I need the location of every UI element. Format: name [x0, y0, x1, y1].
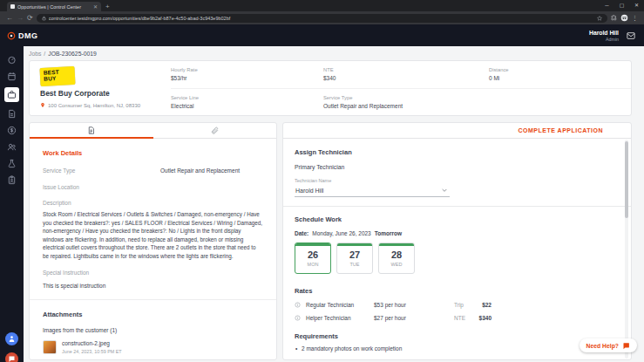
- section-divider: [283, 206, 631, 207]
- chip-day: 26: [295, 249, 330, 260]
- hourly-rate-label: Hourly Rate: [171, 67, 323, 72]
- card-scrollbar-thumb[interactable]: [625, 141, 628, 218]
- chat-bubble-icon: [622, 342, 630, 350]
- tab-work-details[interactable]: [30, 123, 153, 138]
- description-label: Description: [43, 200, 263, 206]
- sidebar: [0, 46, 24, 362]
- dmg-logo: DMG: [7, 31, 38, 40]
- tab-attachments[interactable]: [153, 123, 277, 138]
- sidebar-item-payments[interactable]: [7, 125, 17, 135]
- date-value: Monday, June 26, 2023: [312, 230, 370, 236]
- rate-name: Regular Technician: [306, 302, 374, 308]
- info-icon[interactable]: [295, 315, 301, 321]
- bestbuy-logo-line2: BUY: [44, 74, 75, 82]
- attachment-name[interactable]: construction-2.jpeg: [62, 340, 122, 346]
- attachments-group-label: Images from the customer (1): [43, 327, 263, 333]
- technician-select[interactable]: Harold Hill: [295, 184, 450, 197]
- work-details-title: Work Details: [43, 149, 263, 157]
- location-pin-icon: [40, 102, 45, 108]
- rate-extra-label: Trip: [454, 302, 478, 308]
- breadcrumb-jobs-link[interactable]: Jobs: [29, 51, 41, 57]
- work-details-card: Work Details Service Type Outlet Repair …: [29, 122, 277, 360]
- sidebar-item-opportunities[interactable]: [7, 71, 17, 81]
- lower-panes: Work Details Service Type Outlet Repair …: [29, 122, 632, 360]
- details-tabbar: [30, 123, 276, 139]
- technician-name-label: Technician Name: [295, 178, 620, 183]
- issue-location-label: Issue Location: [43, 184, 160, 190]
- browser-tab[interactable]: Opportunities | Control Center ✕: [7, 2, 101, 11]
- chip-accent-bar: [295, 243, 330, 246]
- hourly-rate-value: $53/hr: [171, 75, 323, 81]
- url-text: controlcenter.testdmgpro.com/opportuniti…: [49, 16, 594, 21]
- app-header: DMG Harold Hill Admin: [0, 24, 644, 46]
- favicon: [10, 4, 15, 9]
- user-menu[interactable]: Harold Hill Admin: [589, 30, 619, 42]
- sidebar-item-labs[interactable]: [7, 158, 17, 168]
- date-chips: 26 MON 27 TUE 28 WED: [295, 242, 620, 274]
- technician-selected-value: Harold Hill: [295, 188, 323, 194]
- distance-field: Distance 0 Mi: [489, 61, 631, 88]
- rates-title: Rates: [295, 287, 620, 295]
- main-content: Jobs / JOB-230625-0019 BEST BUY Best Buy…: [24, 46, 644, 362]
- date-chip-28[interactable]: 28 WED: [378, 242, 415, 274]
- extensions-icon[interactable]: [611, 15, 617, 21]
- special-instruction-value: This is special instruction: [43, 283, 263, 289]
- requirements-title: Requirements: [295, 332, 620, 340]
- nte-value: $340: [323, 75, 489, 81]
- attachment-thumbnail[interactable]: [43, 340, 57, 354]
- breadcrumb-job-id: JOB-230625-0019: [48, 51, 97, 57]
- date-chip-26[interactable]: 26 MON: [295, 242, 331, 274]
- sidebar-item-reports[interactable]: [7, 174, 17, 185]
- info-icon[interactable]: [295, 302, 301, 308]
- window-close-button[interactable]: ✕: [629, 0, 644, 11]
- chip-day: 27: [337, 249, 372, 260]
- screen: Opportunities | Control Center ✕ + ─ ▢ ✕…: [0, 0, 644, 362]
- refresh-button[interactable]: ⟳: [27, 15, 33, 22]
- detail-service-type-label: Service Type: [43, 167, 160, 174]
- nte-label: NTE: [323, 67, 489, 72]
- new-tab-button[interactable]: +: [105, 3, 110, 10]
- accessibility-widget-icon[interactable]: [5, 332, 18, 345]
- chip-day: 28: [379, 249, 414, 260]
- incognito-icon[interactable]: [620, 14, 628, 22]
- back-button[interactable]: ←: [6, 15, 13, 22]
- browser-menu-icon[interactable]: ⋮: [632, 15, 638, 22]
- card-scrollbar-track[interactable]: [625, 140, 628, 359]
- breadcrumb: Jobs / JOB-230625-0019: [29, 51, 632, 57]
- messages-icon[interactable]: [626, 31, 636, 40]
- schedule-date-line: Date: Monday, June 26, 2023 Tomorrow: [295, 230, 620, 236]
- rate-row-regular: Regular Technician $53 per hour Trip $22: [295, 302, 491, 308]
- tab-close-icon[interactable]: ✕: [93, 3, 98, 10]
- chevron-down-icon: [441, 187, 448, 194]
- chat-widget-icon[interactable]: [5, 352, 18, 362]
- rate-row-helper: Helper Technician $27 per hour NTE $340: [295, 315, 491, 321]
- window-minimize-button[interactable]: ─: [600, 0, 614, 11]
- work-details-body: Work Details Service Type Outlet Repair …: [30, 139, 276, 359]
- distance-label: Distance: [489, 67, 631, 72]
- url-field[interactable]: controlcenter.testdmgpro.com/opportuniti…: [37, 14, 607, 23]
- sidebar-item-dashboard[interactable]: [7, 54, 17, 65]
- bookmark-star-icon[interactable]: [597, 16, 602, 21]
- sidebar-bottom: [5, 332, 18, 362]
- rate-extra-label: NTE: [454, 315, 478, 321]
- service-type-field: Service Type Outlet Repair and Replaceme…: [323, 89, 489, 116]
- issue-location-value: [160, 184, 263, 190]
- hourly-rate-field: Hourly Rate $53/hr: [171, 61, 323, 88]
- date-chip-27[interactable]: 27 TUE: [336, 242, 373, 274]
- rate-name: Helper Technician: [306, 315, 374, 321]
- forward-button[interactable]: →: [17, 15, 24, 22]
- date-badge: Tomorrow: [375, 230, 402, 236]
- service-type-value: Outlet Repair and Replacement: [323, 103, 489, 109]
- sidebar-item-jobs[interactable]: [4, 87, 19, 102]
- job-fields-row-1: Hourly Rate $53/hr NTE $340 Distance 0 M…: [171, 61, 631, 89]
- schedule-work-title: Schedule Work: [295, 215, 620, 223]
- user-role: Admin: [589, 37, 619, 42]
- complete-application-button[interactable]: COMPLETE APPLICATION: [519, 127, 604, 133]
- window-maximize-button[interactable]: ▢: [614, 0, 629, 11]
- sidebar-item-invoices[interactable]: [7, 108, 17, 119]
- attachment-item: construction-2.jpeg June 24, 2023, 10:59…: [43, 340, 263, 354]
- company-name: Best Buy Corporate: [40, 89, 171, 98]
- job-summary-card: BEST BUY Best Buy Corporate 100 Consumer…: [29, 60, 632, 116]
- need-help-button[interactable]: Need Help?: [580, 338, 637, 352]
- sidebar-item-technicians[interactable]: [7, 141, 17, 152]
